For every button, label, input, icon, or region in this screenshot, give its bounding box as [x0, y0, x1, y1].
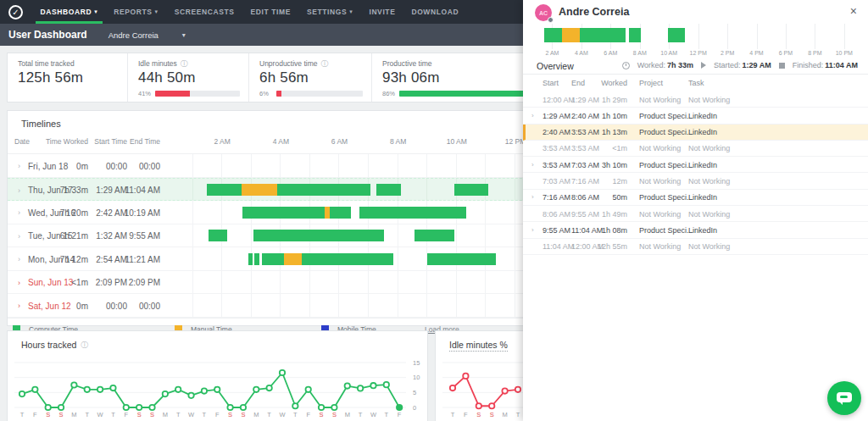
panel-row-3-53-am: 3:53 AM3:53 AM<1mNot WorkingNot Working	[523, 141, 868, 157]
expand-chevron-icon[interactable]: ›	[531, 112, 534, 119]
chevron-down-icon: ▾	[182, 31, 186, 39]
nav-item-edit-time[interactable]: EDIT TIME	[242, 0, 298, 24]
svg-text:M: M	[345, 411, 350, 418]
data-point[interactable]	[227, 405, 232, 410]
data-point[interactable]	[463, 374, 468, 379]
data-point[interactable]	[58, 405, 64, 410]
nav-item-dashboard[interactable]: DASHBOARD▾	[32, 0, 106, 24]
data-point[interactable]	[306, 387, 311, 392]
data-point[interactable]	[149, 405, 154, 410]
data-point[interactable]	[253, 387, 259, 392]
data-point[interactable]	[136, 405, 142, 410]
svg-text:0: 0	[413, 404, 416, 412]
cell-task: LinkedIn	[688, 161, 717, 169]
stat-card-unproductive-time: Unproductive timeⓘ6h 56m6%	[248, 53, 371, 102]
cell-start: 1:29 AM	[542, 112, 570, 120]
data-point[interactable]	[163, 391, 168, 396]
axis-label-8-pm: 8 PM	[808, 50, 821, 56]
expand-chevron-icon[interactable]: ›	[531, 193, 534, 201]
expand-chevron-icon[interactable]: ›	[18, 208, 20, 217]
data-point[interactable]	[46, 405, 51, 410]
data-point[interactable]	[384, 382, 389, 387]
svg-text:T: T	[451, 411, 455, 418]
expand-chevron-icon[interactable]: ›	[18, 232, 20, 241]
data-point[interactable]	[502, 388, 507, 393]
data-point[interactable]	[214, 387, 220, 392]
data-point[interactable]	[202, 388, 207, 393]
panel-column-worked: Worked	[587, 79, 627, 87]
manual-time-segment[interactable]	[284, 253, 302, 265]
data-point[interactable]	[450, 385, 455, 391]
computer-time-segment[interactable]	[580, 28, 626, 42]
manual-time-segment[interactable]	[562, 28, 580, 42]
expand-chevron-icon[interactable]: ›	[18, 279, 20, 287]
chat-launcher-button[interactable]	[827, 381, 861, 415]
panel-column-project: Project	[639, 79, 663, 87]
computer-time-segment[interactable]	[209, 230, 227, 241]
data-point[interactable]	[489, 403, 494, 408]
cell-worked: 1h 10m	[587, 112, 627, 120]
computer-time-segment[interactable]	[668, 28, 685, 42]
data-point[interactable]	[110, 385, 115, 391]
data-point[interactable]	[292, 403, 298, 408]
data-point[interactable]	[397, 405, 402, 410]
user-select[interactable]: Andre Correia ▾	[108, 30, 186, 40]
nav-item-reports[interactable]: REPORTS▾	[106, 0, 166, 24]
data-point[interactable]	[345, 383, 350, 388]
computer-time-segment[interactable]	[359, 207, 466, 219]
axis-label-6-pm: 6 PM	[779, 50, 793, 56]
expand-chevron-icon[interactable]: ›	[18, 162, 20, 170]
play-icon	[701, 62, 706, 69]
manual-time-segment[interactable]	[242, 184, 277, 196]
computer-time-segment[interactable]	[254, 253, 260, 265]
computer-time-segment[interactable]	[454, 184, 488, 196]
data-point[interactable]	[175, 387, 181, 392]
data-point[interactable]	[515, 387, 520, 392]
data-point[interactable]	[266, 385, 271, 391]
data-point[interactable]	[476, 403, 481, 408]
data-point[interactable]	[280, 370, 285, 375]
computer-time-segment[interactable]	[248, 253, 252, 265]
info-icon[interactable]: ⓘ	[181, 60, 188, 68]
nav-item-settings[interactable]: SETTINGS▾	[298, 0, 360, 24]
data-point[interactable]	[188, 393, 193, 398]
row-start-time: 2:54 AM	[96, 255, 127, 264]
expand-chevron-icon[interactable]: ›	[18, 186, 20, 195]
expand-chevron-icon[interactable]: ›	[18, 255, 20, 263]
computer-time-segment[interactable]	[302, 253, 393, 265]
computer-time-segment[interactable]	[253, 230, 384, 241]
data-point[interactable]	[370, 383, 376, 388]
computer-time-segment[interactable]	[629, 28, 641, 42]
data-point[interactable]	[319, 405, 324, 410]
computer-time-segment[interactable]	[544, 28, 561, 42]
close-icon[interactable]: ×	[850, 4, 857, 18]
nav-item-invite[interactable]: INVITE	[361, 0, 403, 24]
computer-time-segment[interactable]	[427, 253, 496, 265]
cell-worked: 1h 13m	[587, 128, 627, 136]
expand-chevron-icon[interactable]: ›	[531, 161, 534, 169]
data-point[interactable]	[71, 382, 76, 387]
expand-chevron-icon[interactable]: ›	[531, 226, 534, 234]
info-icon[interactable]: ⓘ	[321, 60, 329, 68]
expand-chevron-icon[interactable]: ›	[18, 302, 20, 310]
data-point[interactable]	[32, 387, 37, 392]
computer-time-segment[interactable]	[207, 184, 242, 196]
data-point[interactable]	[97, 387, 103, 392]
data-point[interactable]	[241, 405, 246, 410]
data-point[interactable]	[331, 405, 337, 410]
app-logo-icon[interactable]: ✓	[8, 5, 23, 19]
computer-time-segment[interactable]	[330, 207, 351, 219]
nav-item-download[interactable]: DOWNLOAD	[403, 0, 467, 24]
computer-time-segment[interactable]	[277, 184, 370, 196]
panel-row-2-40-am[interactable]: 2:40 AM3:53 AM1h 13mProduct Speci...Link…	[523, 125, 868, 141]
data-point[interactable]	[19, 391, 25, 396]
nav-item-screencasts[interactable]: SCREENCASTS	[166, 0, 242, 24]
computer-time-segment[interactable]	[262, 253, 284, 265]
computer-time-segment[interactable]	[376, 184, 401, 196]
data-point[interactable]	[358, 385, 363, 391]
computer-time-segment[interactable]	[415, 230, 454, 241]
computer-time-segment[interactable]	[242, 207, 325, 219]
data-point[interactable]	[85, 387, 90, 392]
data-point[interactable]	[124, 405, 129, 410]
panel-row-9-55-am: ›9:55 AM11:04 AM1h 08mProduct Speci...Li…	[523, 222, 868, 238]
